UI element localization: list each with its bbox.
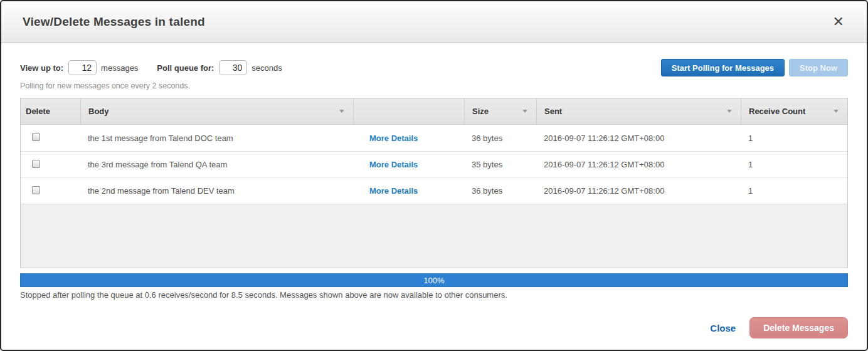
header-details [353, 98, 464, 124]
receive-count-cell: 1 [741, 160, 847, 169]
header-receive-count[interactable]: Receive Count [741, 98, 847, 124]
sort-down-icon[interactable] [727, 110, 732, 113]
delete-cell [21, 133, 80, 143]
receive-count-cell: 1 [741, 186, 847, 196]
body-cell: the 1st message from Talend DOC team [80, 134, 353, 143]
polling-controls: View up to: messages Poll queue for: sec… [20, 59, 848, 76]
table-header-row: Delete Body Size Sent Rece [21, 98, 847, 125]
more-details-link[interactable]: More Details [353, 160, 418, 169]
sort-down-icon[interactable] [834, 110, 839, 113]
close-button[interactable]: Close [710, 323, 736, 333]
sent-cell: 2016-09-07 11:26:12 GMT+08:00 [536, 186, 741, 196]
polling-progress-bar: 100% [20, 273, 848, 287]
progress-fill: 100% [21, 274, 847, 286]
poll-queue-for-label: Poll queue for: [157, 63, 214, 73]
dialog-content: View up to: messages Poll queue for: sec… [1, 59, 867, 338]
start-polling-button[interactable]: Start Polling for Messages [661, 59, 785, 76]
polling-settings: View up to: messages Poll queue for: sec… [20, 60, 282, 75]
seconds-unit-label: seconds [251, 63, 282, 73]
table-row: the 2nd message from Talend DEV team Mor… [21, 177, 847, 204]
sent-cell: 2016-09-07 11:26:12 GMT+08:00 [536, 160, 741, 169]
view-delete-messages-dialog: View/Delete Messages in talend ✕ View up… [0, 0, 868, 351]
sort-down-icon[interactable] [522, 110, 527, 113]
table-body: the 1st message from Talend DOC team Mor… [21, 125, 847, 204]
close-icon[interactable]: ✕ [833, 15, 844, 29]
receive-count-cell: 1 [741, 134, 847, 143]
size-cell: 35 bytes [464, 160, 536, 169]
body-cell: the 2nd message from Talend DEV team [80, 186, 353, 196]
stop-now-button[interactable]: Stop Now [789, 59, 848, 76]
header-sent[interactable]: Sent [536, 98, 741, 124]
sort-down-icon[interactable] [339, 110, 344, 113]
size-cell: 36 bytes [464, 186, 536, 196]
header-body[interactable]: Body [80, 98, 353, 124]
polling-status-text: Stopped after polling the queue at 0.6 r… [20, 290, 848, 300]
sent-cell: 2016-09-07 11:26:12 GMT+08:00 [536, 134, 741, 143]
more-details-link[interactable]: More Details [353, 134, 418, 143]
table-row: the 1st message from Talend DOC team Mor… [21, 125, 847, 151]
delete-checkbox[interactable] [32, 160, 40, 168]
delete-checkbox[interactable] [32, 133, 40, 141]
messages-table: Delete Body Size Sent Rece [20, 98, 848, 268]
polling-note: Polling for new messages once every 2 se… [20, 81, 848, 90]
dialog-titlebar: View/Delete Messages in talend ✕ [1, 1, 867, 43]
polling-buttons: Start Polling for Messages Stop Now [661, 59, 848, 76]
delete-cell [21, 186, 80, 196]
progress-percent-label: 100% [423, 276, 444, 285]
table-row: the 3rd message from Talend QA team More… [21, 151, 847, 177]
table-empty-area [21, 204, 847, 268]
dialog-footer: Close Delete Messages [20, 317, 848, 338]
header-delete: Delete [21, 98, 80, 124]
header-size[interactable]: Size [464, 98, 536, 124]
messages-unit-label: messages [101, 63, 138, 73]
delete-cell [21, 160, 80, 170]
view-up-to-label: View up to: [20, 63, 63, 73]
view-up-to-input[interactable] [68, 60, 97, 75]
size-cell: 36 bytes [464, 134, 536, 143]
delete-checkbox[interactable] [32, 186, 40, 194]
delete-messages-button[interactable]: Delete Messages [749, 317, 848, 338]
body-cell: the 3rd message from Talend QA team [80, 160, 353, 169]
more-details-link[interactable]: More Details [353, 186, 418, 196]
dialog-title: View/Delete Messages in talend [23, 15, 205, 29]
poll-queue-input[interactable] [219, 60, 247, 75]
